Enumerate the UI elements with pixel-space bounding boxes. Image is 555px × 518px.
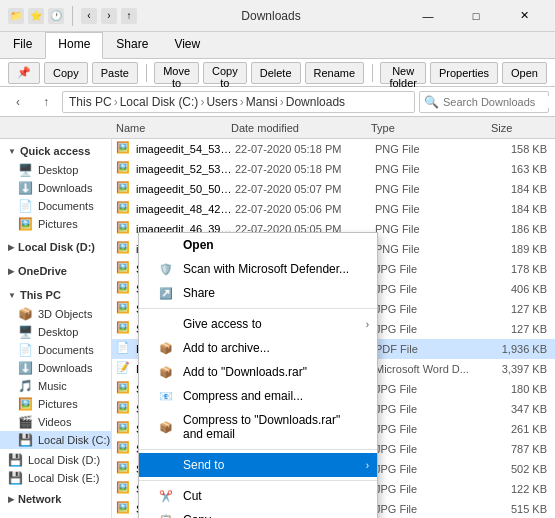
sidebar-label-documents2: Documents — [38, 344, 94, 356]
sidebar-group-locald[interactable]: ▶ Local Disk (D:) — [0, 237, 111, 257]
move-to-button[interactable]: Move to — [154, 62, 199, 84]
sidebar-item-pictures2[interactable]: 🖼️ Pictures — [0, 395, 111, 413]
sidebar-item-downloads[interactable]: ⬇️ Downloads — [0, 179, 111, 197]
up-nav-button[interactable]: ↑ — [34, 90, 58, 114]
sidebar-item-3dobjects[interactable]: 📦 3D Objects — [0, 305, 111, 323]
sidebar-label-locald2: Local Disk (D:) — [28, 454, 100, 466]
table-row[interactable]: 🖼️ imageedit_48_4241851345 22-07-2020 05… — [112, 199, 555, 219]
forward-icon[interactable]: › — [101, 8, 117, 24]
col-name[interactable]: Name — [112, 122, 227, 134]
path-drive[interactable]: Local Disk (C:) — [120, 95, 199, 109]
back-nav-button[interactable]: ‹ — [6, 90, 30, 114]
up-icon[interactable]: ↑ — [121, 8, 137, 24]
ctx-scan[interactable]: 🛡️ Scan with Microsoft Defender... — [139, 257, 377, 281]
file-type: JPG File — [375, 463, 495, 475]
minimize-button[interactable]: — — [405, 0, 451, 32]
open-button[interactable]: Open — [502, 62, 547, 84]
sidebar-item-music[interactable]: 🎵 Music — [0, 377, 111, 395]
ribbon-tab-bar: File Home Share View — [0, 32, 555, 58]
table-row[interactable]: 🖼️ imageedit_50_5019722102 22-07-2020 05… — [112, 179, 555, 199]
sidebar-item-localc[interactable]: 💾 Local Disk (C:) — [0, 431, 111, 449]
quick-access-icon: ⭐ — [28, 8, 44, 24]
sidebar-item-locale[interactable]: 💾 Local Disk (E:) — [0, 469, 111, 487]
file-size: 502 KB — [495, 463, 555, 475]
file-type: JPG File — [375, 383, 495, 395]
videos-icon: 🎬 — [18, 415, 33, 429]
file-type: JPG File — [375, 483, 495, 495]
sidebar-item-documents[interactable]: 📄 Documents — [0, 197, 111, 215]
window-controls[interactable]: — □ ✕ — [405, 0, 547, 32]
path-downloads[interactable]: Downloads — [286, 95, 345, 109]
sidebar-item-locald2[interactable]: 💾 Local Disk (D:) — [0, 451, 111, 469]
ctx-cut[interactable]: ✂️ Cut — [139, 484, 377, 508]
ctx-share[interactable]: ↗️ Share — [139, 281, 377, 305]
properties-button[interactable]: Properties — [430, 62, 498, 84]
sidebar-item-downloads2[interactable]: ⬇️ Downloads — [0, 359, 111, 377]
ctx-send-label: Send to — [183, 458, 224, 472]
file-size: 180 KB — [495, 383, 555, 395]
sidebar-item-pictures[interactable]: 🖼️ Pictures — [0, 215, 111, 233]
file-date: 22-07-2020 05:18 PM — [235, 163, 375, 175]
sidebar-item-desktop2[interactable]: 🖥️ Desktop — [0, 323, 111, 341]
sidebar-group-network[interactable]: ▶ Network — [0, 489, 111, 509]
tab-view[interactable]: View — [161, 32, 213, 58]
file-icon: 🖼️ — [116, 421, 132, 437]
paste-button[interactable]: Paste — [92, 62, 138, 84]
path-thispc[interactable]: This PC — [69, 95, 112, 109]
tab-share[interactable]: Share — [103, 32, 161, 58]
ctx-give-access[interactable]: Give access to › — [139, 312, 377, 336]
sidebar-label-localc: Local Disk (C:) — [38, 434, 110, 446]
file-icon: 🖼️ — [116, 321, 132, 337]
ctx-open[interactable]: Open — [139, 233, 377, 257]
ctx-give-access-arrow: › — [366, 319, 369, 330]
ctx-send-to[interactable]: Send to › — [139, 453, 377, 477]
maximize-button[interactable]: □ — [453, 0, 499, 32]
rename-button[interactable]: Rename — [305, 62, 365, 84]
col-type[interactable]: Type — [367, 122, 487, 134]
search-input[interactable] — [443, 96, 555, 108]
ctx-compress[interactable]: 📧 Compress and email... — [139, 384, 377, 408]
ctx-copy[interactable]: 📋 Copy — [139, 508, 377, 518]
table-row[interactable]: 🖼️ imageedit_52_5313823728 22-07-2020 05… — [112, 159, 555, 179]
sidebar-group-onedrive[interactable]: ▶ OneDrive — [0, 261, 111, 281]
ctx-add-archive[interactable]: 📦 Add to archive... — [139, 336, 377, 360]
pin-button[interactable]: 📌 — [8, 62, 40, 84]
sidebar-item-videos[interactable]: 🎬 Videos — [0, 413, 111, 431]
copy-button[interactable]: Copy — [44, 62, 88, 84]
sidebar-label-desktop2: Desktop — [38, 326, 78, 338]
col-size[interactable]: Size — [487, 122, 555, 134]
tab-home[interactable]: Home — [45, 32, 103, 59]
tab-file[interactable]: File — [0, 32, 45, 58]
file-name: imageedit_48_4241851345 — [136, 203, 235, 215]
search-box[interactable]: 🔍 — [419, 91, 549, 113]
table-row[interactable]: 🖼️ imageedit_54_5308962818 22-07-2020 05… — [112, 139, 555, 159]
back-icon[interactable]: ‹ — [81, 8, 97, 24]
address-bar: ‹ ↑ This PC › Local Disk (C:) › Users › … — [0, 87, 555, 117]
path-users[interactable]: Users — [206, 95, 237, 109]
sidebar-group-quick-access[interactable]: ▼ Quick access — [0, 141, 111, 161]
sidebar-group-thispc[interactable]: ▼ This PC — [0, 285, 111, 305]
ctx-compress-icon: 📧 — [159, 390, 175, 403]
file-icon: 🖼️ — [116, 381, 132, 397]
ctx-add-rar[interactable]: 📦 Add to "Downloads.rar" — [139, 360, 377, 384]
desktop2-icon: 🖥️ — [18, 325, 33, 339]
onedrive-arrow: ▶ — [8, 267, 14, 276]
file-type: PNG File — [375, 143, 495, 155]
new-folder-button[interactable]: New folder — [380, 62, 426, 84]
file-type: JPG File — [375, 403, 495, 415]
sidebar-label-3dobjects: 3D Objects — [38, 308, 92, 320]
sidebar-section-locald: ▶ Local Disk (D:) — [0, 235, 111, 259]
close-button[interactable]: ✕ — [501, 0, 547, 32]
ctx-compress-rar[interactable]: 📦 Compress to "Downloads.rar" and email — [139, 408, 377, 446]
ctx-archive-icon: 📦 — [159, 342, 175, 355]
address-path[interactable]: This PC › Local Disk (C:) › Users › Mans… — [62, 91, 415, 113]
copy-to-button[interactable]: Copy to — [203, 62, 247, 84]
path-user[interactable]: Mansi — [246, 95, 278, 109]
sidebar-item-documents2[interactable]: 📄 Documents — [0, 341, 111, 359]
file-size: 406 KB — [495, 283, 555, 295]
file-icon: 🖼️ — [116, 301, 132, 317]
sidebar-item-desktop[interactable]: 🖥️ Desktop — [0, 161, 111, 179]
ctx-rar-label: Add to "Downloads.rar" — [183, 365, 307, 379]
col-date[interactable]: Date modified — [227, 122, 367, 134]
delete-button[interactable]: Delete — [251, 62, 301, 84]
